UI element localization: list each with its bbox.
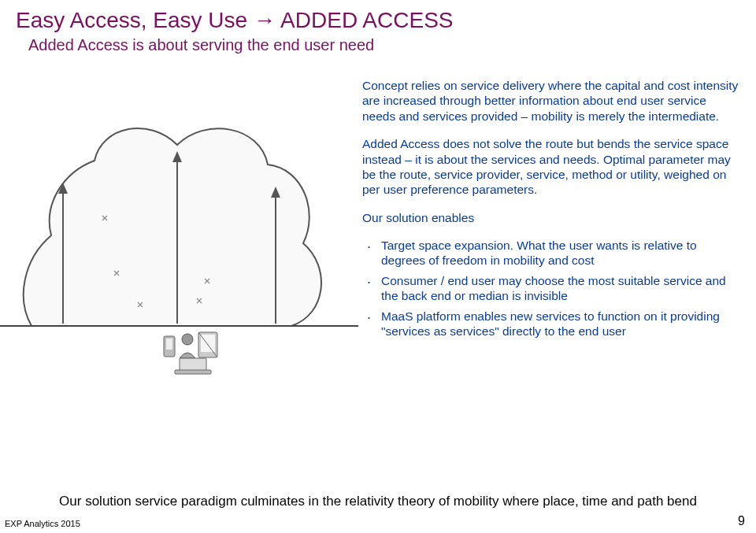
enables-label: Our solution enables <box>362 210 742 225</box>
device-cluster-icon <box>164 332 217 374</box>
bullet-list: Target space expansion. What the user wa… <box>362 238 742 339</box>
list-item: Consumer / end user may choose the most … <box>381 273 742 304</box>
text-column: Concept relies on service delivery where… <box>362 78 756 409</box>
page-number: 9 <box>738 514 745 528</box>
list-item: Target space expansion. What the user wa… <box>381 238 742 268</box>
svg-point-2 <box>182 334 193 345</box>
list-item: MaaS platform enables new services to fu… <box>381 309 742 339</box>
footer-copyright: EXP Analytics 2015 <box>5 519 80 528</box>
svg-rect-4 <box>201 335 215 352</box>
bottom-statement: Our solution service paradigm culminates… <box>16 494 740 509</box>
concept-paragraph: Concept relies on service delivery where… <box>362 78 742 124</box>
blob-outline-icon <box>24 128 321 326</box>
diagram-illustration <box>0 78 362 409</box>
service-space-diagram <box>0 78 362 409</box>
svg-rect-1 <box>166 339 172 350</box>
slide-title: Easy Access, Easy Use → ADDED ACCESS <box>0 0 756 36</box>
slide-subtitle: Added Access is about serving the end us… <box>0 36 756 54</box>
added-access-paragraph: Added Access does not solve the route bu… <box>362 136 742 198</box>
svg-rect-6 <box>180 358 206 371</box>
svg-rect-7 <box>175 370 211 374</box>
